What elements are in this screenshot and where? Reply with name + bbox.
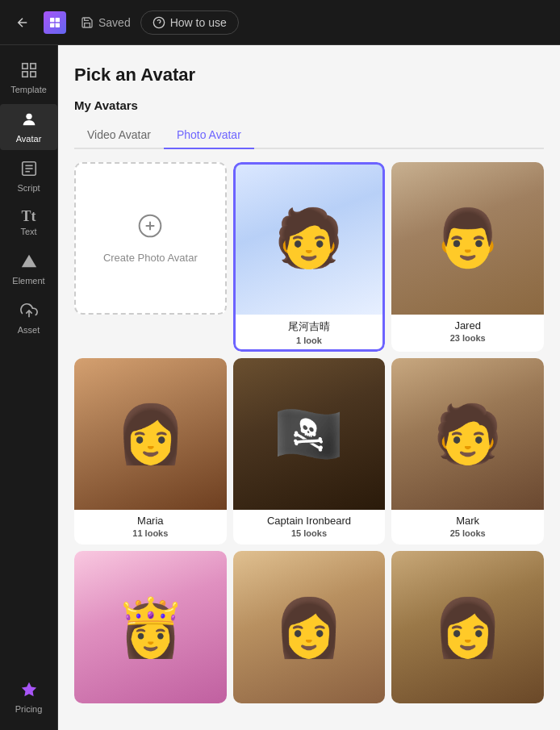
- avatar-info-maria: Maria 11 looks: [74, 510, 227, 544]
- avatar-tabs: Video Avatar Photo Avatar: [74, 122, 544, 149]
- avatar-looks-jared: 23 looks: [398, 333, 537, 343]
- asset-icon: [20, 302, 38, 322]
- avatar-info-anime: 尾河吉晴 1 look: [233, 315, 386, 352]
- svg-marker-15: [21, 255, 36, 268]
- avatar-looks-captain: 15 looks: [240, 528, 379, 538]
- topbar: Saved How to use: [0, 0, 560, 45]
- tab-photo-avatar[interactable]: Photo Avatar: [164, 122, 254, 149]
- avatar-card-princess[interactable]: 👸: [74, 551, 227, 703]
- svg-rect-3: [56, 23, 60, 27]
- sidebar-label-script: Script: [17, 183, 40, 193]
- sidebar-item-pricing[interactable]: Pricing: [0, 674, 57, 720]
- sidebar-item-avatar[interactable]: Avatar: [0, 104, 57, 150]
- avatar-card-anime[interactable]: 🧑 尾河吉晴 1 look: [233, 162, 386, 352]
- avatar-info-captain: Captain Ironbeard 15 looks: [233, 510, 386, 544]
- pricing-icon: [20, 681, 38, 701]
- avatar-name-mark: Mark: [398, 515, 537, 527]
- avatar-card-jared[interactable]: 👨 Jared 23 looks: [391, 162, 544, 352]
- avatar-looks-anime: 1 look: [240, 336, 379, 345]
- avatar-icon: [20, 111, 38, 131]
- svg-rect-6: [22, 64, 27, 69]
- avatar-img-captain: 🏴‍☠️: [233, 358, 386, 511]
- element-icon: [20, 252, 38, 273]
- back-button[interactable]: [10, 10, 36, 35]
- avatar-card-indian-woman[interactable]: 👩: [391, 551, 544, 703]
- brand-button[interactable]: [42, 10, 68, 35]
- sidebar-label-text: Text: [20, 227, 36, 236]
- svg-rect-9: [30, 72, 35, 77]
- avatar-info-mark: Mark 25 looks: [391, 510, 544, 544]
- avatar-info-jared: Jared 23 looks: [391, 315, 544, 349]
- main-content: Pick an Avatar My Avatars Video Avatar P…: [58, 45, 560, 730]
- svg-point-10: [26, 114, 31, 119]
- brand-icon: [44, 11, 66, 34]
- topbar-left: [10, 10, 68, 35]
- sidebar-label-template: Template: [10, 85, 47, 94]
- svg-rect-2: [50, 23, 54, 27]
- avatar-img-maria: 👩: [74, 358, 227, 511]
- text-icon: Tt: [22, 209, 36, 223]
- how-to-use-button[interactable]: How to use: [140, 10, 239, 35]
- svg-rect-0: [50, 18, 54, 22]
- create-avatar-label: Create Photo Avatar: [94, 252, 207, 264]
- sidebar: Template Avatar Script: [0, 45, 58, 730]
- avatar-img-indian-woman: 👩: [391, 551, 544, 703]
- sidebar-item-element[interactable]: Element: [0, 246, 57, 292]
- section-title: My Avatars: [74, 98, 544, 112]
- layout: Template Avatar Script: [0, 45, 560, 730]
- template-icon: [20, 61, 38, 81]
- tab-video-avatar[interactable]: Video Avatar: [74, 122, 164, 149]
- avatar-card-mark[interactable]: 🧑 Mark 25 looks: [391, 358, 544, 545]
- avatar-looks-mark: 25 looks: [398, 528, 537, 538]
- sidebar-item-text[interactable]: Tt Text: [0, 202, 57, 243]
- svg-marker-17: [21, 682, 36, 696]
- avatar-img-jared: 👨: [391, 162, 544, 315]
- avatar-img-mark: 🧑: [391, 358, 544, 511]
- avatar-img-anime: 🧑: [233, 162, 386, 315]
- avatar-card-maria[interactable]: 👩 Maria 11 looks: [74, 358, 227, 545]
- script-icon: [20, 160, 38, 180]
- avatar-card-asian-woman[interactable]: 👩: [233, 551, 386, 703]
- sidebar-label-element: Element: [12, 276, 44, 286]
- sidebar-label-pricing: Pricing: [15, 704, 43, 714]
- avatar-grid: Create Photo Avatar 🧑 尾河吉晴 1 look 👨: [74, 162, 544, 703]
- create-avatar-card[interactable]: Create Photo Avatar: [74, 162, 227, 315]
- saved-indicator: Saved: [81, 16, 131, 29]
- create-icon: [137, 213, 163, 245]
- avatar-img-princess: 👸: [74, 551, 227, 703]
- saved-label: Saved: [98, 16, 131, 29]
- avatar-card-captain[interactable]: 🏴‍☠️ Captain Ironbeard 15 looks: [233, 358, 386, 545]
- avatar-name-jared: Jared: [398, 319, 537, 332]
- svg-rect-8: [22, 72, 27, 77]
- svg-rect-1: [56, 18, 60, 22]
- sidebar-label-asset: Asset: [18, 325, 40, 335]
- sidebar-label-avatar: Avatar: [16, 134, 42, 144]
- avatar-name-anime: 尾河吉晴: [240, 319, 379, 334]
- sidebar-item-script[interactable]: Script: [0, 153, 57, 199]
- sidebar-item-template[interactable]: Template: [0, 55, 57, 101]
- avatar-img-asian-woman: 👩: [233, 551, 386, 703]
- sidebar-item-asset[interactable]: Asset: [0, 295, 57, 341]
- avatar-name-maria: Maria: [81, 515, 220, 527]
- how-to-use-label: How to use: [170, 16, 227, 29]
- avatar-name-captain: Captain Ironbeard: [240, 515, 379, 527]
- svg-rect-7: [30, 64, 35, 69]
- page-title: Pick an Avatar: [74, 65, 544, 86]
- avatar-looks-maria: 11 looks: [81, 528, 220, 538]
